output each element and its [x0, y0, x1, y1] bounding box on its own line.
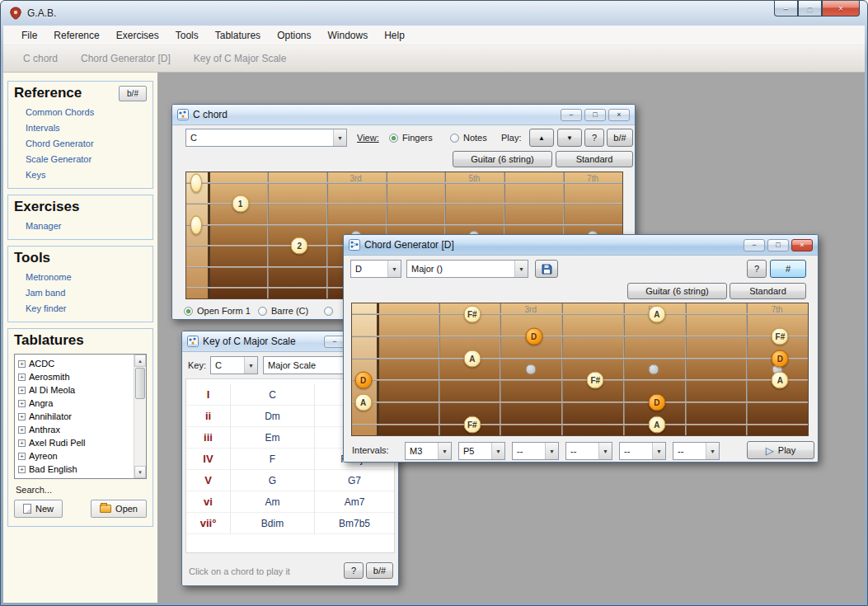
menu-help[interactable]: Help	[376, 26, 413, 45]
scroll-up-icon[interactable]: ▲	[134, 355, 146, 367]
expand-icon[interactable]: +	[18, 453, 26, 460]
minimize-button[interactable]: −	[561, 109, 582, 121]
chord-cell[interactable]: Em	[231, 427, 315, 449]
chord-window-titlebar[interactable]: C chord − □ ×	[172, 105, 635, 125]
open-button[interactable]: Open	[91, 500, 147, 518]
chevron-down-icon[interactable]: ▼	[333, 129, 346, 146]
reference-flat-sharp-button[interactable]: b/#	[119, 86, 147, 101]
expand-icon[interactable]: +	[18, 466, 26, 473]
note-A[interactable]: A	[648, 416, 665, 433]
note-D[interactable]: D	[354, 372, 372, 389]
chevron-down-icon[interactable]: ▼	[652, 443, 665, 459]
scrollbar-thumb[interactable]	[135, 368, 145, 399]
tablatures-tree[interactable]: +ACDC +Aerosmith +Al Di Meola +Angra +An…	[14, 354, 147, 479]
sidebar-item-key-finder[interactable]: Key finder	[26, 303, 147, 313]
close-button[interactable]: ×	[822, 1, 860, 16]
seventh-cell[interactable]: G7	[315, 470, 394, 491]
chord-type-select[interactable]: Major () ▼	[406, 260, 528, 278]
generator-window[interactable]: Chord Generator [D] − □ × D ▼ Major () ▼	[343, 234, 819, 463]
maximize-button[interactable]: □	[767, 239, 789, 251]
chevron-down-icon[interactable]: ▼	[706, 443, 719, 459]
expand-icon[interactable]: +	[18, 426, 26, 434]
tree-item-al-di-meola[interactable]: +Al Di Meola	[18, 383, 146, 397]
fingers-radio[interactable]: Fingers	[389, 132, 433, 143]
chevron-down-icon[interactable]: ▼	[491, 443, 504, 459]
note-D[interactable]: D	[772, 350, 789, 367]
expand-icon[interactable]: +	[18, 373, 26, 381]
note-F#[interactable]: F#	[772, 328, 789, 345]
titlebar[interactable]: G.A.B. − □ ×	[1, 1, 867, 26]
sidebar-item-keys[interactable]: Keys	[26, 170, 147, 180]
note-A[interactable]: A	[648, 306, 665, 323]
tuning-button[interactable]: Standard	[556, 151, 633, 167]
menu-windows[interactable]: Windows	[319, 26, 376, 45]
guitar-button[interactable]: Guitar (6 string)	[627, 283, 727, 299]
new-button[interactable]: New	[14, 500, 63, 518]
minimize-button[interactable]: −	[744, 239, 765, 251]
note-F#[interactable]: F#	[463, 416, 481, 433]
chord-select[interactable]: C ▼	[185, 129, 347, 147]
chevron-down-icon[interactable]: ▼	[514, 261, 528, 277]
close-button[interactable]: ×	[608, 109, 630, 121]
expand-icon[interactable]: +	[18, 413, 26, 420]
note-D[interactable]: D	[525, 328, 542, 345]
menu-reference[interactable]: Reference	[45, 26, 107, 45]
notes-radio[interactable]: Notes	[450, 132, 487, 143]
seventh-cell[interactable]: Am7	[315, 491, 394, 513]
note-D[interactable]: D	[648, 394, 665, 411]
tree-item-aerosmith[interactable]: +Aerosmith	[18, 370, 146, 383]
chevron-down-icon[interactable]: ▼	[438, 443, 451, 459]
save-button[interactable]	[535, 260, 558, 278]
sidebar-item-jam-band[interactable]: Jam band	[26, 288, 147, 298]
maximize-button[interactable]: □	[798, 1, 822, 16]
interval-select-4[interactable]: -- ▼	[565, 442, 612, 460]
note-A[interactable]: A	[354, 394, 372, 411]
minimize-button[interactable]: −	[774, 1, 798, 16]
expand-icon[interactable]: +	[18, 439, 26, 447]
help-button[interactable]: ?	[584, 129, 604, 147]
chord-cell[interactable]: C	[231, 384, 315, 406]
scrollbar[interactable]: ▲ ▼	[134, 355, 146, 478]
tree-item-acdc[interactable]: +ACDC	[18, 357, 146, 370]
menu-options[interactable]: Options	[269, 26, 319, 45]
help-button[interactable]: ?	[747, 260, 767, 278]
chord-cell[interactable]: Am	[231, 491, 315, 513]
menu-file[interactable]: File	[13, 26, 45, 45]
sidebar-item-metronome[interactable]: Metronome	[26, 272, 147, 282]
note-1[interactable]: 1	[232, 195, 249, 213]
note-A[interactable]: A	[463, 350, 481, 367]
tree-item-bad-english[interactable]: +Bad English	[18, 463, 146, 476]
chord-cell[interactable]: Bdim	[231, 513, 315, 534]
open-string-marker[interactable]	[190, 215, 202, 234]
expand-icon[interactable]: +	[18, 400, 26, 407]
interval-select-1[interactable]: M3 ▼	[405, 442, 452, 460]
generator-fretboard[interactable]: 3rd5th7thF#ADF#ADDF#AADF#A	[351, 303, 809, 436]
menu-tools[interactable]: Tools	[167, 26, 207, 45]
expand-icon[interactable]: +	[18, 387, 26, 394]
interval-select-2[interactable]: P5 ▼	[458, 442, 505, 460]
seventh-cell[interactable]: Bm7b5	[315, 513, 394, 534]
sidebar-item-intervals[interactable]: Intervals	[26, 123, 147, 133]
chevron-down-icon[interactable]: ▼	[545, 443, 558, 459]
form-barre-c-radio[interactable]: Barre (C)	[258, 305, 308, 317]
menu-tablatures[interactable]: Tablatures	[207, 26, 269, 45]
sidebar-item-manager[interactable]: Manager	[26, 221, 147, 231]
sidebar-item-scale-generator[interactable]: Scale Generator	[26, 154, 147, 164]
tab-c-chord[interactable]: C chord	[15, 46, 73, 71]
sharp-button[interactable]: #	[770, 260, 806, 278]
tab-key-of-c-major[interactable]: Key of C Major Scale	[185, 46, 302, 71]
tree-item-angra[interactable]: +Angra	[18, 397, 146, 410]
key-select[interactable]: C ▼	[210, 356, 258, 374]
chord-cell[interactable]: F	[231, 449, 315, 470]
generator-window-titlebar[interactable]: Chord Generator [D] − □ ×	[344, 235, 818, 256]
tree-item-bill[interactable]: +Bill Hal	[18, 476, 146, 479]
expand-icon[interactable]: +	[18, 360, 26, 368]
tree-item-annihilator[interactable]: +Annihilator	[18, 410, 146, 423]
search-label[interactable]: Search...	[16, 485, 147, 495]
chord-cell[interactable]: G	[231, 470, 315, 491]
chord-cell[interactable]: Dm	[231, 406, 315, 427]
note-F#[interactable]: F#	[463, 306, 481, 323]
interval-select-6[interactable]: -- ▼	[673, 442, 720, 460]
table-row[interactable]: V G G7	[186, 470, 394, 491]
menu-exercises[interactable]: Exercises	[108, 26, 167, 45]
